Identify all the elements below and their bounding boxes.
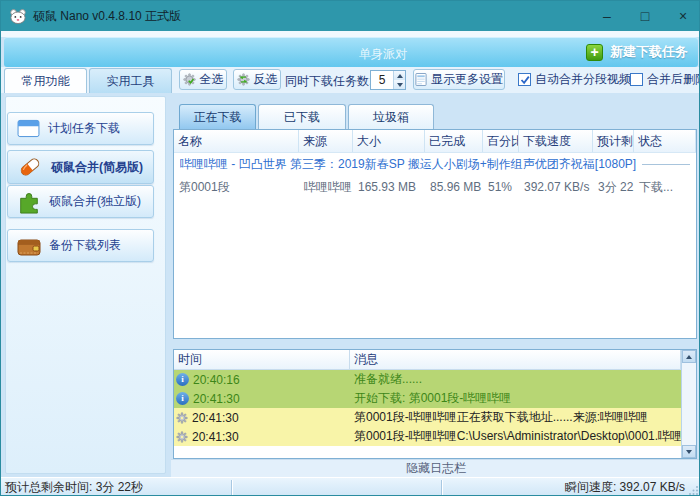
statusbar-divider xyxy=(231,480,232,495)
scroll-up-button[interactable] xyxy=(682,350,696,363)
more-settings-label: 显示更多设置 xyxy=(431,71,503,88)
app-logo-mouse-icon xyxy=(9,8,27,24)
concurrent-tasks-value[interactable]: 5 xyxy=(371,71,393,89)
log-message-text: 开始下载: 第0001段-哔哩哔哩 xyxy=(350,390,681,407)
maximize-button[interactable]: □ xyxy=(637,8,653,24)
puzzle-icon xyxy=(17,190,41,214)
info-icon: i xyxy=(176,392,189,405)
app-window: 硕鼠 Nano v0.4.8.10 正式版 – □ × 单身派对 + 新建下载任… xyxy=(0,0,700,496)
cell-source: 哔哩哔哩 xyxy=(299,176,353,199)
schedule-window-icon xyxy=(17,119,40,138)
banner-watermark: 单身派对 xyxy=(359,46,407,63)
sidebar-item-label: 备份下载列表 xyxy=(49,237,121,254)
column-header-name[interactable]: 名称 xyxy=(174,130,299,152)
task-group-row[interactable]: 哔哩哔哩 - 凹凸世界 第三季：2019新春SP 搬运人小剧场+制作组声优团齐祝… xyxy=(174,153,696,176)
tab-common-functions[interactable]: 常用功能 xyxy=(4,68,87,93)
gear-icon xyxy=(176,431,188,443)
log-row[interactable]: i 20:40:16 准备就绪...... xyxy=(174,370,681,389)
log-time-text: 20:41:30 xyxy=(192,430,239,444)
sidebar-item-label: 硕鼠合并(简易版) xyxy=(51,159,143,176)
settings-page-icon xyxy=(415,73,427,86)
cell-remaining: 3分 22... xyxy=(593,176,634,199)
instant-speed-status: 瞬间速度: 392.07 KB/s xyxy=(565,478,685,496)
auto-merge-checkbox[interactable]: 自动合并分段视频 xyxy=(518,71,631,88)
sidebar-item-merge-standalone[interactable]: 硕鼠合并(独立版) xyxy=(7,185,154,218)
sidebar-item-label: 计划任务下载 xyxy=(48,120,120,137)
up-arrow-icon xyxy=(397,74,403,78)
tab-utility-tools[interactable]: 实用工具 xyxy=(89,68,172,93)
ad-banner: 单身派对 + 新建下载任务 xyxy=(4,37,698,67)
column-header-remaining[interactable]: 预计剩... xyxy=(593,130,634,152)
cell-completed: 85.96 MB xyxy=(425,176,483,199)
window-controls: – □ × xyxy=(599,1,691,31)
more-settings-button[interactable]: 显示更多设置 xyxy=(413,69,505,90)
up-arrow-icon xyxy=(686,355,692,359)
resize-grip[interactable] xyxy=(689,485,699,495)
log-scrollbar[interactable] xyxy=(681,350,696,458)
info-icon: i xyxy=(176,373,189,386)
tab-downloading[interactable]: 正在下载 xyxy=(179,104,256,129)
title-bar: 硕鼠 Nano v0.4.8.10 正式版 – □ × xyxy=(1,1,700,31)
log-time-text: 20:40:16 xyxy=(193,373,240,387)
toolbar: 常用功能 实用工具 全选 xyxy=(1,67,700,93)
new-download-task-button[interactable]: + 新建下载任务 xyxy=(586,41,688,63)
tab-trash[interactable]: 垃圾箱 xyxy=(348,104,434,129)
sidebar-item-scheduled-download[interactable]: 计划任务下载 xyxy=(7,112,154,145)
log-column-time[interactable]: 时间 xyxy=(174,350,350,369)
window-title: 硕鼠 Nano v0.4.8.10 正式版 xyxy=(33,8,181,25)
invert-selection-button[interactable]: 反选 xyxy=(233,69,281,90)
sidebar-item-backup-list[interactable]: 备份下载列表 xyxy=(7,229,154,262)
capsule-icon xyxy=(17,154,43,180)
down-arrow-icon xyxy=(686,450,692,454)
column-header-size[interactable]: 大小 xyxy=(353,130,425,152)
log-row[interactable]: i 20:41:30 开始下载: 第0001段-哔哩哔哩 xyxy=(174,389,681,408)
stepper-up-button[interactable] xyxy=(394,71,405,80)
hide-log-bar-button[interactable]: 隐藏日志栏 xyxy=(171,459,700,477)
log-message-text: 第0001段-哔哩哔哩C:\Users\Administrator\Deskto… xyxy=(350,428,681,445)
column-header-completed[interactable]: 已完成 xyxy=(425,130,483,152)
column-header-speed[interactable]: 下载速度 xyxy=(519,130,593,152)
sidebar: 计划任务下载 硕鼠合并(简易版) 硕鼠合并(独立版) xyxy=(1,93,171,477)
column-header-source[interactable]: 来源 xyxy=(299,130,353,152)
log-column-message[interactable]: 消息 xyxy=(350,350,681,369)
gear-check-icon xyxy=(183,73,196,86)
gear-icon xyxy=(176,412,188,424)
cell-name: 第0001段 xyxy=(174,176,299,199)
cell-size: 165.93 MB xyxy=(353,176,425,199)
statusbar-divider xyxy=(441,480,442,495)
minimize-button[interactable]: – xyxy=(599,8,615,24)
checkbox-checked-icon xyxy=(518,73,531,86)
cell-speed: 392.07 KB/s xyxy=(519,176,593,199)
select-all-label: 全选 xyxy=(200,71,224,88)
log-time-text: 20:41:30 xyxy=(193,392,240,406)
stepper-buttons xyxy=(393,71,405,89)
column-header-status[interactable]: 状态 xyxy=(634,130,696,152)
log-row[interactable]: 20:41:30 第0001段-哔哩哔哩正在获取下载地址......来源:哔哩哔… xyxy=(174,408,681,427)
log-row[interactable]: 20:41:30 第0001段-哔哩哔哩C:\Users\Administrat… xyxy=(174,427,681,446)
scroll-down-button[interactable] xyxy=(682,445,696,458)
select-all-button[interactable]: 全选 xyxy=(179,69,227,90)
group-divider-line xyxy=(642,164,690,165)
downloads-table: 名称 来源 大小 已完成 百分比 下载速度 预计剩... 状态 哔哩哔哩 - 凹… xyxy=(173,129,697,339)
sidebar-item-merge-simple[interactable]: 硕鼠合并(简易版) xyxy=(7,150,154,184)
tab-downloaded[interactable]: 已下载 xyxy=(258,104,346,129)
cell-percent: 51% xyxy=(483,176,519,199)
remaining-time-status: 预计总剩余时间: 3分 22秒 xyxy=(5,478,143,496)
wallet-icon xyxy=(17,236,41,256)
column-header-percent[interactable]: 百分比 xyxy=(483,130,519,152)
new-task-label: 新建下载任务 xyxy=(610,43,688,61)
delete-after-merge-checkbox[interactable]: 合并后删除原 xyxy=(630,71,700,88)
log-message-text: 第0001段-哔哩哔哩正在获取下载地址......来源:哔哩哔哩 xyxy=(350,409,681,426)
task-group-title: 哔哩哔哩 - 凹凸世界 第三季：2019新春SP 搬运人小剧场+制作组声优团齐祝… xyxy=(180,156,636,173)
log-time-text: 20:41:30 xyxy=(192,411,239,425)
table-row[interactable]: 第0001段 哔哩哔哩 165.93 MB 85.96 MB 51% 392.0… xyxy=(174,176,696,199)
sidebar-item-label: 硕鼠合并(独立版) xyxy=(49,193,141,210)
concurrent-tasks-stepper[interactable]: 5 xyxy=(370,70,406,90)
plus-icon: + xyxy=(586,44,603,61)
down-arrow-icon xyxy=(397,83,403,87)
close-button[interactable]: × xyxy=(675,8,691,24)
cell-status: 下载... xyxy=(634,176,696,199)
delete-after-merge-label: 合并后删除原 xyxy=(647,71,700,88)
log-panel: 时间 消息 i 20:40:16 准备就绪...... i 20:41:30 开… xyxy=(173,349,697,459)
stepper-down-button[interactable] xyxy=(394,80,405,89)
